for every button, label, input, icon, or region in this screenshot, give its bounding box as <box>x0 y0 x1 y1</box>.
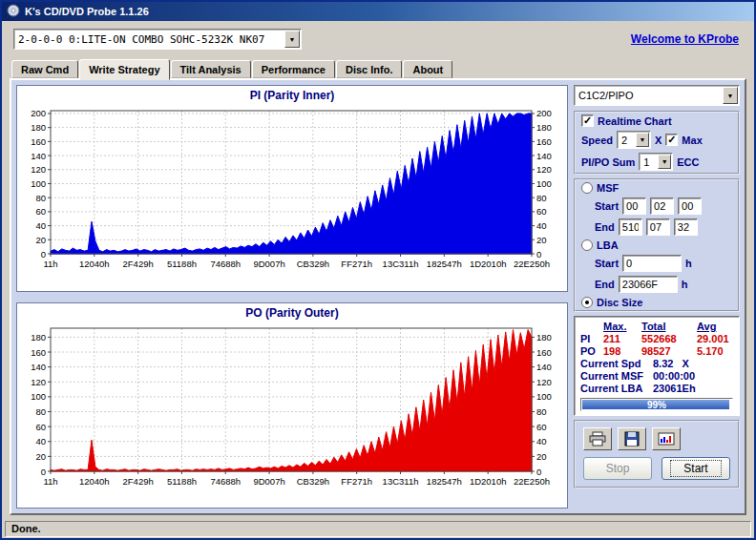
lba-end-field[interactable] <box>619 276 678 293</box>
current-lba-label: Current LBA <box>580 383 653 394</box>
snapshot-icon <box>658 431 675 447</box>
chevron-down-icon[interactable]: ▼ <box>723 87 738 104</box>
msf-radio[interactable] <box>581 182 593 194</box>
status-text: Done. <box>5 521 751 537</box>
lba-start-field[interactable] <box>622 255 682 272</box>
charts-column: PI (Parity Inner) 0020204040606080801001… <box>16 85 568 509</box>
stop-button[interactable]: Stop <box>583 457 652 480</box>
tab-about[interactable]: About <box>403 60 452 78</box>
po-chart-title: PO (Parity Outer) <box>245 306 338 323</box>
tab-disc-info[interactable]: Disc Info. <box>336 60 403 78</box>
mode-selector-value: C1C2/PIPO <box>575 90 722 101</box>
current-msf-value: 00:00:00 <box>653 370 733 382</box>
speed-x-label: X <box>655 135 662 146</box>
statistics-panel: Max. Total Avg PI 211 552668 29.001 PO 1… <box>574 316 740 416</box>
chevron-down-icon[interactable]: ▼ <box>658 155 671 169</box>
svg-text:20: 20 <box>35 450 46 461</box>
svg-text:12040h: 12040h <box>79 476 110 487</box>
lba-radio[interactable] <box>581 239 593 251</box>
po-avg-value: 5.170 <box>697 345 733 357</box>
lba-start-unit: h <box>685 258 692 269</box>
pipo-sum-value: 1 <box>640 156 657 168</box>
svg-text:160: 160 <box>536 346 552 357</box>
current-spd-unit: X <box>682 358 689 369</box>
disc-size-radio[interactable] <box>581 297 593 308</box>
svg-text:100: 100 <box>536 391 552 402</box>
current-msf-label: Current MSF <box>580 370 653 382</box>
msf-end-label: End <box>595 221 615 233</box>
svg-text:140: 140 <box>536 151 552 161</box>
chevron-down-icon[interactable]: ▼ <box>636 133 649 147</box>
device-selector[interactable]: 2-0-0-0 0:LITE-ON COMBO SOHC-5232K NK07 … <box>13 29 302 50</box>
svg-text:120: 120 <box>536 164 552 175</box>
tab-tilt-analysis[interactable]: Tilt Analysis <box>171 60 251 78</box>
range-group: MSF Start End LBA <box>574 178 740 312</box>
svg-text:11h: 11h <box>43 476 57 487</box>
svg-text:60: 60 <box>536 421 547 431</box>
msf-start-frame-field[interactable] <box>678 197 702 215</box>
svg-text:160: 160 <box>536 136 552 147</box>
svg-text:140: 140 <box>536 362 552 372</box>
current-spd-value: 8.32 <box>653 358 673 369</box>
svg-text:74688h: 74688h <box>210 259 241 269</box>
pi-row-label: PI <box>580 333 603 344</box>
pi-avg-value: 29.001 <box>697 333 733 344</box>
svg-text:200: 200 <box>31 108 46 118</box>
msf-start-sec-field[interactable] <box>650 197 674 215</box>
max-checkbox[interactable]: ✓ <box>665 134 678 146</box>
pi-total-value: 552668 <box>641 333 697 344</box>
svg-text:180: 180 <box>31 331 46 342</box>
po-total-value: 98527 <box>641 345 697 357</box>
svg-text:51188h: 51188h <box>167 476 197 487</box>
control-panel: C1C2/PIPO ▼ ✓ Realtime Chart Speed 2 ▼ X… <box>574 85 740 509</box>
svg-text:22E250h: 22E250h <box>514 259 550 269</box>
realtime-chart-checkbox[interactable]: ✓ <box>581 114 594 127</box>
svg-text:CB329h: CB329h <box>297 476 329 487</box>
speed-label: Speed <box>581 135 613 146</box>
svg-text:200: 200 <box>536 108 552 118</box>
app-window: K's CD/DVD Probe 1.1.26 2-0-0-0 0:LITE-O… <box>0 0 756 540</box>
svg-text:120: 120 <box>31 164 46 175</box>
msf-end-frame-field[interactable] <box>674 218 698 236</box>
msf-end-sec-field[interactable] <box>646 218 670 236</box>
msf-end-min-field[interactable] <box>619 218 642 236</box>
pi-chart-panel: PI (Parity Inner) 0020204040606080801001… <box>16 85 568 292</box>
svg-text:CB329h: CB329h <box>297 259 329 269</box>
mode-selector[interactable]: C1C2/PIPO ▼ <box>574 85 740 106</box>
tab-write-strategy[interactable]: Write Strategy <box>79 59 169 80</box>
title-bar[interactable]: K's CD/DVD Probe 1.1.26 <box>2 2 754 21</box>
svg-text:0: 0 <box>41 466 46 476</box>
svg-text:9D007h: 9D007h <box>253 476 284 487</box>
tab-raw-cmd[interactable]: Raw Cmd <box>11 60 78 78</box>
pipo-sum-selector[interactable]: 1 ▼ <box>639 153 673 171</box>
lba-label: LBA <box>597 239 619 251</box>
speed-selector[interactable]: 2 ▼ <box>617 131 651 149</box>
msf-start-label: Start <box>595 200 619 212</box>
po-row-label: PO <box>580 345 603 357</box>
msf-start-min-field[interactable] <box>622 197 646 215</box>
start-button[interactable]: Start <box>662 457 730 480</box>
max-label: Max <box>682 135 702 146</box>
stats-header-max: Max. <box>603 321 641 332</box>
svg-text:2F429h: 2F429h <box>123 259 154 269</box>
svg-text:FF271h: FF271h <box>341 259 372 269</box>
svg-text:140: 140 <box>31 362 46 372</box>
svg-text:180: 180 <box>536 331 552 342</box>
svg-text:80: 80 <box>35 406 46 417</box>
svg-text:80: 80 <box>536 193 547 203</box>
snapshot-button[interactable] <box>652 427 681 450</box>
svg-text:11h: 11h <box>43 259 57 269</box>
save-button[interactable] <box>618 427 646 450</box>
chart-options-group: ✓ Realtime Chart Speed 2 ▼ X ✓ Max PI/PO… <box>574 111 740 175</box>
progress-text: 99% <box>581 399 732 410</box>
tab-performance[interactable]: Performance <box>252 60 335 78</box>
svg-text:9D007h: 9D007h <box>253 259 284 269</box>
welcome-link[interactable]: Welcome to KProbe <box>631 32 739 46</box>
print-button[interactable] <box>583 427 612 450</box>
svg-text:160: 160 <box>31 346 46 357</box>
svg-text:80: 80 <box>35 193 46 203</box>
svg-text:120: 120 <box>536 376 552 386</box>
msf-label: MSF <box>597 182 619 194</box>
svg-text:13C311h: 13C311h <box>383 259 419 269</box>
chevron-down-icon[interactable]: ▼ <box>284 31 300 48</box>
